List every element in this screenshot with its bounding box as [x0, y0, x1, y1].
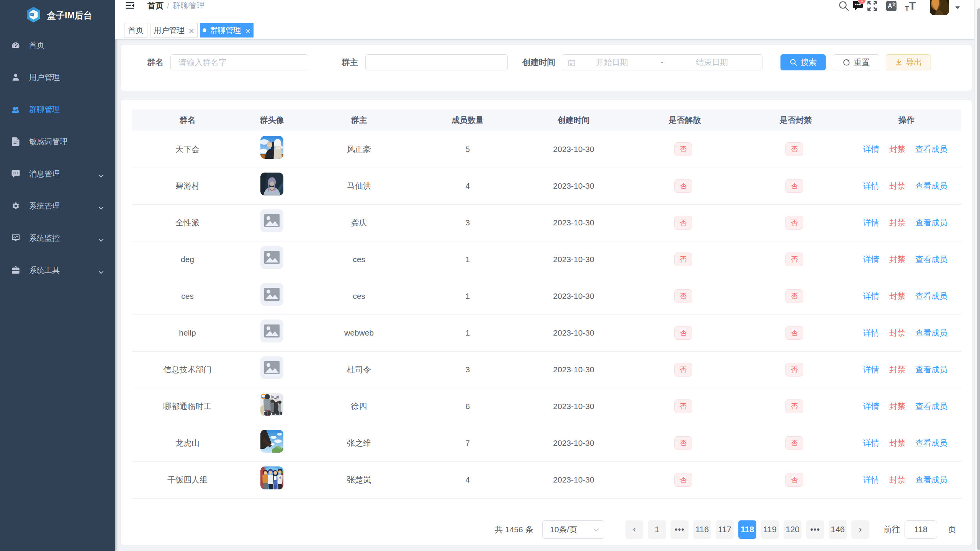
svg-text:(0_0): (0_0) — [271, 395, 279, 399]
